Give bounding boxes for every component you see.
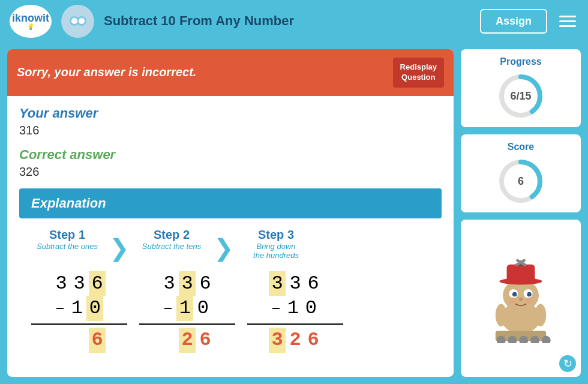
score-circle: 6 bbox=[497, 157, 545, 205]
content-area: Sorry, your answer is incorrect. Redispl… bbox=[7, 49, 454, 377]
math-divider bbox=[139, 323, 235, 325]
digit: 6 bbox=[305, 271, 322, 296]
step-3-subtitle: Bring downthe hundreds bbox=[253, 242, 299, 260]
svg-point-9 bbox=[496, 304, 507, 326]
correct-answer-value: 326 bbox=[19, 165, 442, 179]
character-box: ↻ bbox=[461, 220, 581, 377]
error-message: Sorry, your answer is incorrect. bbox=[17, 65, 196, 79]
math-row-2-mid: – 1 0 bbox=[163, 296, 212, 321]
digit-highlight: 0 bbox=[86, 296, 103, 321]
digit-highlight: 6 bbox=[89, 271, 106, 296]
logo-text: iknowit bbox=[12, 13, 49, 23]
svg-point-20 bbox=[527, 292, 532, 297]
next-arrow-button[interactable]: ↻ bbox=[559, 355, 576, 372]
correct-answer-label: Correct answer bbox=[19, 147, 442, 163]
explanation-header: Explanation bbox=[19, 188, 442, 218]
progress-label: Progress bbox=[500, 56, 541, 67]
math-row-3-top: 3 3 6 bbox=[269, 271, 322, 296]
svg-point-22 bbox=[509, 297, 515, 304]
answer-section: Your answer 316 Correct answer 326 Expla… bbox=[7, 96, 454, 377]
digit-result: 6 bbox=[305, 328, 322, 353]
digit-result: 6 bbox=[197, 328, 214, 353]
math-block-1: 3 3 6 – 1 0 6 bbox=[31, 271, 127, 353]
minus-sign: – bbox=[271, 298, 281, 319]
your-answer-label: Your answer bbox=[19, 106, 442, 121]
digit: 6 bbox=[197, 271, 214, 296]
steps-container: Step 1 Subtract the ones ❯ Step 2 Subtra… bbox=[19, 228, 442, 262]
svg-point-23 bbox=[526, 297, 532, 304]
math-block-3: 3 3 6 – 1 0 3 2 6 bbox=[247, 271, 343, 353]
digit: 1 bbox=[68, 296, 85, 321]
digit: 3 bbox=[287, 271, 304, 296]
math-divider bbox=[31, 323, 127, 325]
main-layout: Sorry, your answer is incorrect. Redispl… bbox=[0, 42, 588, 384]
digit bbox=[71, 328, 88, 353]
hamburger-line-2 bbox=[559, 20, 576, 22]
score-value: 6 bbox=[518, 175, 524, 188]
step-3-title: Step 3 bbox=[258, 228, 294, 242]
logo: iknowit 💡 bbox=[10, 5, 52, 38]
digit-result: 2 bbox=[287, 328, 304, 353]
progress-box: Progress 6/15 bbox=[461, 49, 581, 127]
page-title: Subtract 10 From Any Number bbox=[104, 13, 470, 29]
math-row-2-top: 3 3 6 bbox=[161, 271, 214, 296]
digit: 3 bbox=[161, 271, 178, 296]
minus-sign: – bbox=[163, 298, 173, 319]
digit-result: 2 bbox=[179, 328, 196, 353]
step-1-subtitle: Subtract the ones bbox=[37, 242, 98, 251]
step-2-arrow: ❯ bbox=[214, 230, 234, 262]
svg-point-19 bbox=[512, 292, 517, 297]
step-1-title: Step 1 bbox=[49, 228, 85, 242]
digit: 0 bbox=[302, 296, 319, 321]
math-row-1-top: 3 3 6 bbox=[53, 271, 106, 296]
step-3: Step 3 Bring downthe hundreds bbox=[234, 228, 318, 260]
svg-point-10 bbox=[535, 304, 546, 326]
math-divider bbox=[247, 323, 343, 325]
step-1: Step 1 Subtract the ones bbox=[25, 228, 109, 251]
digit: 3 bbox=[53, 271, 70, 296]
math-block-2: 3 3 6 – 1 0 2 6 bbox=[139, 271, 235, 353]
step-2-title: Step 2 bbox=[154, 228, 190, 242]
assign-button[interactable]: Assign bbox=[480, 9, 547, 34]
step-2-subtitle: Subtract the tens bbox=[142, 242, 201, 251]
header: iknowit 💡 Subtract 10 From Any Number As… bbox=[0, 0, 588, 42]
math-row-1-result: 6 bbox=[53, 328, 106, 353]
step-1-arrow: ❯ bbox=[109, 230, 130, 262]
digit-highlight: 3 bbox=[179, 271, 196, 296]
math-steps: 3 3 6 – 1 0 6 bbox=[19, 271, 442, 353]
your-answer-value: 316 bbox=[19, 124, 442, 137]
math-row-1-mid: – 1 0 bbox=[55, 296, 104, 321]
math-row-3-result: 3 2 6 bbox=[269, 328, 322, 353]
svg-point-2 bbox=[71, 18, 77, 24]
progress-value: 6/15 bbox=[510, 90, 531, 103]
score-box: Score 6 bbox=[461, 134, 581, 212]
right-sidebar: Progress 6/15 Score 6 bbox=[461, 49, 581, 377]
score-label: Score bbox=[508, 142, 534, 152]
digit: 3 bbox=[71, 271, 88, 296]
svg-rect-13 bbox=[507, 265, 535, 283]
digit: 0 bbox=[194, 296, 211, 321]
menu-button[interactable] bbox=[557, 13, 578, 29]
digit-highlight: 3 bbox=[269, 271, 286, 296]
math-row-3-mid: – 1 0 bbox=[271, 296, 320, 321]
digit-result: 6 bbox=[89, 328, 106, 353]
error-banner: Sorry, your answer is incorrect. Redispl… bbox=[7, 49, 454, 96]
step-2: Step 2 Subtract the tens bbox=[130, 228, 214, 251]
redisplay-button[interactable]: RedisplayQuestion bbox=[393, 58, 444, 88]
digit bbox=[161, 328, 178, 353]
logo-bulb-icon: 💡 bbox=[27, 23, 34, 30]
digit: 1 bbox=[284, 296, 301, 321]
digit bbox=[53, 328, 70, 353]
minus-sign: – bbox=[55, 298, 65, 319]
hamburger-line-3 bbox=[559, 25, 576, 27]
progress-circle: 6/15 bbox=[497, 72, 545, 120]
digit-result: 3 bbox=[269, 328, 286, 353]
character-illustration bbox=[482, 253, 560, 343]
digit-highlight: 1 bbox=[176, 296, 193, 321]
hamburger-line-1 bbox=[559, 16, 576, 17]
avatar bbox=[61, 5, 94, 38]
svg-point-3 bbox=[79, 18, 85, 24]
svg-point-21 bbox=[519, 298, 523, 301]
math-row-2-result: 2 6 bbox=[161, 328, 214, 353]
